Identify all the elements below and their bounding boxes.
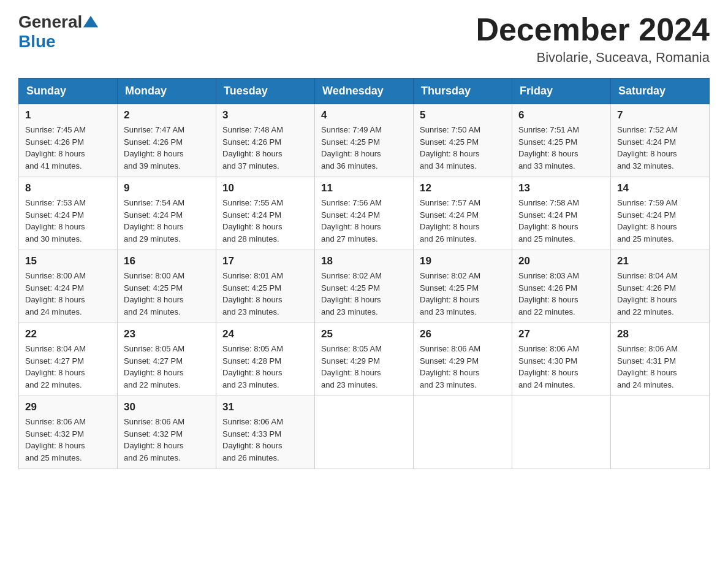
day-number: 15 — [25, 255, 111, 267]
table-row — [611, 396, 710, 469]
day-number: 17 — [222, 255, 308, 267]
table-row: 7 Sunrise: 7:52 AMSunset: 4:24 PMDayligh… — [611, 104, 710, 177]
day-number: 10 — [222, 182, 308, 194]
day-info: Sunrise: 7:55 AMSunset: 4:24 PMDaylight:… — [222, 198, 283, 243]
day-number: 25 — [321, 328, 407, 340]
day-info: Sunrise: 8:00 AMSunset: 4:25 PMDaylight:… — [124, 271, 184, 316]
calendar-week-row: 29 Sunrise: 8:06 AMSunset: 4:32 PMDaylig… — [19, 396, 710, 469]
day-info: Sunrise: 7:50 AMSunset: 4:25 PMDaylight:… — [420, 125, 480, 170]
table-row: 28 Sunrise: 8:06 AMSunset: 4:31 PMDaylig… — [611, 323, 710, 396]
table-row: 8 Sunrise: 7:53 AMSunset: 4:24 PMDayligh… — [19, 177, 118, 250]
table-row: 25 Sunrise: 8:05 AMSunset: 4:29 PMDaylig… — [315, 323, 414, 396]
table-row: 12 Sunrise: 7:57 AMSunset: 4:24 PMDaylig… — [414, 177, 512, 250]
day-info: Sunrise: 7:58 AMSunset: 4:24 PMDaylight:… — [518, 198, 579, 243]
page-header: General Blue December 2024 Bivolarie, Su… — [18, 12, 710, 66]
table-row: 19 Sunrise: 8:02 AMSunset: 4:25 PMDaylig… — [414, 250, 512, 323]
table-row: 14 Sunrise: 7:59 AMSunset: 4:24 PMDaylig… — [611, 177, 710, 250]
day-info: Sunrise: 8:01 AMSunset: 4:25 PMDaylight:… — [222, 271, 283, 316]
day-number: 23 — [124, 328, 210, 340]
day-number: 6 — [518, 109, 604, 121]
day-info: Sunrise: 7:59 AMSunset: 4:24 PMDaylight:… — [617, 198, 678, 243]
day-number: 30 — [124, 401, 210, 413]
day-number: 27 — [518, 328, 604, 340]
table-row: 22 Sunrise: 8:04 AMSunset: 4:27 PMDaylig… — [19, 323, 118, 396]
table-row: 21 Sunrise: 8:04 AMSunset: 4:26 PMDaylig… — [611, 250, 710, 323]
table-row: 4 Sunrise: 7:49 AMSunset: 4:25 PMDayligh… — [315, 104, 414, 177]
day-number: 3 — [222, 109, 308, 121]
day-number: 21 — [617, 255, 703, 267]
table-row: 13 Sunrise: 7:58 AMSunset: 4:24 PMDaylig… — [512, 177, 611, 250]
day-number: 28 — [617, 328, 703, 340]
table-row — [414, 396, 512, 469]
day-info: Sunrise: 8:06 AMSunset: 4:33 PMDaylight:… — [222, 417, 283, 462]
logo: General Blue — [18, 12, 99, 52]
logo-icon — [82, 13, 99, 31]
table-row: 3 Sunrise: 7:48 AMSunset: 4:26 PMDayligh… — [216, 104, 315, 177]
day-info: Sunrise: 7:57 AMSunset: 4:24 PMDaylight:… — [420, 198, 480, 243]
calendar-week-row: 8 Sunrise: 7:53 AMSunset: 4:24 PMDayligh… — [19, 177, 710, 250]
calendar-week-row: 1 Sunrise: 7:45 AMSunset: 4:26 PMDayligh… — [19, 104, 710, 177]
calendar-table: Sunday Monday Tuesday Wednesday Thursday… — [18, 78, 710, 469]
title-area: December 2024 Bivolarie, Suceava, Romani… — [476, 12, 710, 66]
day-number: 16 — [124, 255, 210, 267]
table-row: 5 Sunrise: 7:50 AMSunset: 4:25 PMDayligh… — [414, 104, 512, 177]
day-info: Sunrise: 7:56 AMSunset: 4:24 PMDaylight:… — [321, 198, 382, 243]
day-number: 9 — [124, 182, 210, 194]
col-saturday: Saturday — [611, 79, 710, 104]
table-row: 16 Sunrise: 8:00 AMSunset: 4:25 PMDaylig… — [118, 250, 216, 323]
day-info: Sunrise: 7:45 AMSunset: 4:26 PMDaylight:… — [25, 125, 86, 170]
day-info: Sunrise: 8:04 AMSunset: 4:27 PMDaylight:… — [25, 344, 86, 389]
day-info: Sunrise: 8:05 AMSunset: 4:27 PMDaylight:… — [124, 344, 184, 389]
day-info: Sunrise: 7:48 AMSunset: 4:26 PMDaylight:… — [222, 125, 283, 170]
table-row: 1 Sunrise: 7:45 AMSunset: 4:26 PMDayligh… — [19, 104, 118, 177]
day-number: 12 — [420, 182, 506, 194]
day-number: 24 — [222, 328, 308, 340]
table-row: 31 Sunrise: 8:06 AMSunset: 4:33 PMDaylig… — [216, 396, 315, 469]
day-number: 1 — [25, 109, 111, 121]
day-number: 2 — [124, 109, 210, 121]
day-info: Sunrise: 8:04 AMSunset: 4:26 PMDaylight:… — [617, 271, 678, 316]
day-info: Sunrise: 7:49 AMSunset: 4:25 PMDaylight:… — [321, 125, 382, 170]
col-friday: Friday — [512, 79, 611, 104]
day-info: Sunrise: 7:54 AMSunset: 4:24 PMDaylight:… — [124, 198, 184, 243]
col-wednesday: Wednesday — [315, 79, 414, 104]
table-row — [315, 396, 414, 469]
table-row: 18 Sunrise: 8:02 AMSunset: 4:25 PMDaylig… — [315, 250, 414, 323]
table-row: 6 Sunrise: 7:51 AMSunset: 4:25 PMDayligh… — [512, 104, 611, 177]
col-monday: Monday — [118, 79, 216, 104]
table-row: 2 Sunrise: 7:47 AMSunset: 4:26 PMDayligh… — [118, 104, 216, 177]
day-info: Sunrise: 7:51 AMSunset: 4:25 PMDaylight:… — [518, 125, 579, 170]
day-info: Sunrise: 8:06 AMSunset: 4:29 PMDaylight:… — [420, 344, 480, 389]
table-row: 23 Sunrise: 8:05 AMSunset: 4:27 PMDaylig… — [118, 323, 216, 396]
location-subtitle: Bivolarie, Suceava, Romania — [476, 50, 710, 66]
table-row: 29 Sunrise: 8:06 AMSunset: 4:32 PMDaylig… — [19, 396, 118, 469]
day-info: Sunrise: 8:05 AMSunset: 4:29 PMDaylight:… — [321, 344, 382, 389]
day-number: 31 — [222, 401, 308, 413]
table-row: 20 Sunrise: 8:03 AMSunset: 4:26 PMDaylig… — [512, 250, 611, 323]
svg-marker-0 — [83, 16, 98, 28]
logo-blue: Blue — [18, 32, 56, 52]
calendar-week-row: 15 Sunrise: 8:00 AMSunset: 4:24 PMDaylig… — [19, 250, 710, 323]
day-info: Sunrise: 8:06 AMSunset: 4:32 PMDaylight:… — [124, 417, 184, 462]
day-info: Sunrise: 7:52 AMSunset: 4:24 PMDaylight:… — [617, 125, 678, 170]
day-info: Sunrise: 7:53 AMSunset: 4:24 PMDaylight:… — [25, 198, 86, 243]
day-number: 13 — [518, 182, 604, 194]
table-row: 24 Sunrise: 8:05 AMSunset: 4:28 PMDaylig… — [216, 323, 315, 396]
table-row: 30 Sunrise: 8:06 AMSunset: 4:32 PMDaylig… — [118, 396, 216, 469]
col-tuesday: Tuesday — [216, 79, 315, 104]
day-info: Sunrise: 8:06 AMSunset: 4:31 PMDaylight:… — [617, 344, 678, 389]
day-info: Sunrise: 8:06 AMSunset: 4:32 PMDaylight:… — [25, 417, 86, 462]
table-row — [512, 396, 611, 469]
day-number: 11 — [321, 182, 407, 194]
day-number: 20 — [518, 255, 604, 267]
day-number: 14 — [617, 182, 703, 194]
table-row: 9 Sunrise: 7:54 AMSunset: 4:24 PMDayligh… — [118, 177, 216, 250]
day-number: 18 — [321, 255, 407, 267]
col-sunday: Sunday — [19, 79, 118, 104]
day-info: Sunrise: 8:03 AMSunset: 4:26 PMDaylight:… — [518, 271, 579, 316]
table-row: 11 Sunrise: 7:56 AMSunset: 4:24 PMDaylig… — [315, 177, 414, 250]
day-number: 5 — [420, 109, 506, 121]
logo-general: General — [18, 12, 82, 32]
day-info: Sunrise: 7:47 AMSunset: 4:26 PMDaylight:… — [124, 125, 184, 170]
col-thursday: Thursday — [414, 79, 512, 104]
